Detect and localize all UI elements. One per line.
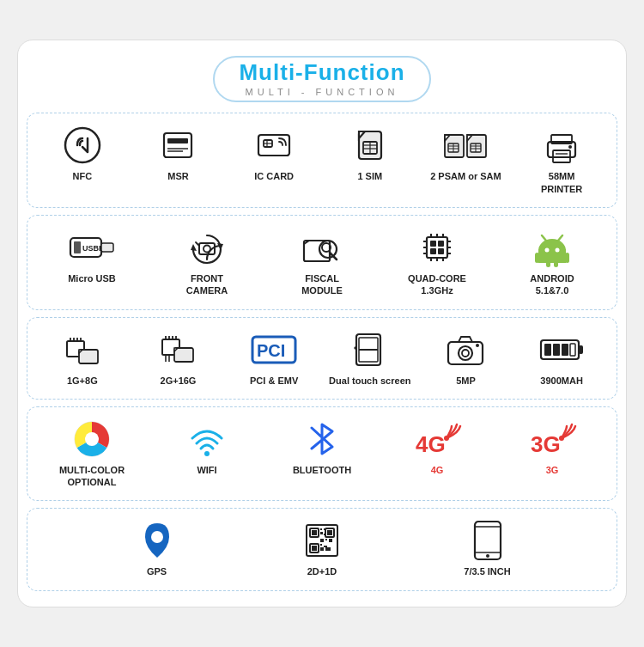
- svg-rect-128: [324, 546, 327, 547]
- svg-point-96: [459, 346, 472, 360]
- fiscal-label: FISCAL MODULE: [301, 272, 343, 297]
- feature-ic-card: IC CARD: [231, 122, 317, 186]
- feature-msr: MSR: [135, 122, 221, 186]
- svg-point-68: [556, 247, 560, 252]
- svg-rect-64: [538, 249, 566, 263]
- feature-wifi: WIFI: [164, 416, 250, 479]
- svg-rect-34: [74, 241, 81, 253]
- quad-core-label: QUAD-CORE 1.3GHz: [408, 272, 466, 297]
- nfc-icon: [64, 125, 101, 165]
- mem1-icon: [64, 330, 101, 369]
- svg-text:4G: 4G: [416, 431, 446, 457]
- row4: MULTI-COLOR OPTIONAL WIFI: [34, 416, 610, 492]
- feature-4g: 4G 4G: [394, 416, 480, 479]
- header-subtitle: MULTI - FUNCTION: [239, 87, 404, 97]
- svg-rect-101: [544, 344, 551, 356]
- feature-android: ANDROID 5.1&7.0: [509, 224, 595, 301]
- svg-rect-2: [167, 138, 188, 143]
- multicolor-icon: [72, 419, 112, 459]
- gps-icon: [138, 521, 176, 560]
- printer-label: 58MM PRINTER: [541, 170, 582, 195]
- wifi-icon: [187, 419, 227, 459]
- svg-rect-72: [554, 261, 558, 267]
- psam-label: 2 PSAM or SAM: [430, 170, 501, 182]
- svg-rect-70: [565, 253, 569, 263]
- section-row5: GPS: [27, 508, 617, 590]
- header-title: Multi-Function: [239, 59, 404, 86]
- bluetooth-label: BLUETOOTH: [293, 464, 351, 476]
- feature-front-camera: FRONT CAMERA: [164, 224, 250, 301]
- svg-rect-100: [579, 345, 583, 354]
- dual-touch-icon: [351, 330, 389, 369]
- micro-usb-label: Micro USB: [68, 272, 116, 284]
- svg-line-66: [558, 235, 562, 241]
- svg-rect-121: [324, 528, 325, 530]
- printer-icon: [543, 125, 580, 165]
- svg-point-107: [204, 451, 210, 456]
- feature-gps: GPS: [114, 517, 200, 581]
- row5: GPS: [34, 517, 610, 581]
- svg-rect-127: [320, 544, 322, 546]
- sim-label: 1 SIM: [357, 170, 382, 182]
- inch-label: 7/3.5 INCH: [464, 565, 510, 577]
- feature-1g8g: 1G+8G: [39, 327, 125, 390]
- feature-psam: 2 PSAM or SAM: [422, 122, 508, 186]
- feature-2d1d: 2D+1D: [279, 517, 365, 581]
- svg-point-106: [85, 432, 99, 446]
- feature-fiscal: FISCAL MODULE: [279, 224, 365, 301]
- feature-bluetooth: BLUETOOTH: [279, 416, 365, 479]
- android-label: ANDROID 5.1&7.0: [530, 272, 574, 297]
- svg-rect-46: [427, 237, 447, 258]
- svg-rect-71: [546, 261, 550, 267]
- android-icon: [533, 228, 571, 267]
- bluetooth-icon: [303, 419, 341, 459]
- section-row4: MULTI-COLOR OPTIONAL WIFI: [27, 406, 617, 502]
- feature-2g16g: 2G+16G: [135, 327, 221, 390]
- svg-rect-102: [553, 344, 560, 356]
- section-row3: 1G+8G: [27, 317, 617, 400]
- svg-rect-124: [320, 539, 324, 542]
- svg-rect-130: [325, 547, 331, 551]
- feature-micro-usb: USBPro Micro USB: [49, 224, 135, 288]
- svg-marker-38: [191, 244, 197, 251]
- cam5mp-icon: [447, 330, 484, 369]
- scan2d1d-icon: [303, 521, 341, 560]
- svg-rect-1: [164, 133, 191, 157]
- feature-battery: 3900MAH: [519, 327, 605, 390]
- feature-quad-core: QUAD-CORE 1.3GHz: [394, 224, 480, 301]
- feature-5mp: 5MP: [422, 327, 508, 390]
- feature-dual-touch: Dual touch screen: [327, 327, 413, 390]
- row1: NFC MSR: [34, 122, 610, 198]
- section-row2: USBPro Micro USB: [27, 215, 617, 310]
- svg-rect-50: [438, 248, 444, 254]
- feature-nfc: NFC: [39, 122, 125, 186]
- ic-card-icon: [255, 125, 293, 165]
- feature-inch: 7/3.5 INCH: [445, 517, 531, 581]
- battery-label: 3900MAH: [540, 375, 583, 387]
- psam-icon: [443, 125, 488, 165]
- svg-point-98: [476, 344, 479, 347]
- svg-point-133: [486, 554, 489, 558]
- msr-label: MSR: [167, 170, 188, 182]
- svg-rect-122: [320, 532, 323, 534]
- sim-icon: [351, 125, 389, 165]
- cam5mp-label: 5MP: [456, 375, 476, 387]
- nfc-label: NFC: [73, 170, 93, 182]
- svg-rect-69: [535, 253, 539, 263]
- feature-printer: 58MM PRINTER: [519, 122, 605, 198]
- svg-rect-36: [101, 243, 113, 252]
- wifi-label: WIFI: [197, 464, 216, 476]
- mem2-icon: [159, 330, 197, 369]
- feature-3g: 3G 3G: [509, 416, 595, 479]
- svg-point-109: [444, 436, 449, 441]
- svg-rect-103: [562, 344, 568, 356]
- svg-rect-78: [79, 350, 98, 363]
- header-box: Multi-Function MULTI - FUNCTION: [213, 56, 430, 102]
- svg-rect-115: [312, 530, 317, 535]
- svg-rect-129: [320, 547, 324, 551]
- svg-line-65: [542, 235, 546, 241]
- quad-core-icon: [418, 228, 456, 267]
- header: Multi-Function MULTI - FUNCTION: [27, 56, 617, 102]
- svg-point-0: [65, 128, 100, 162]
- svg-point-67: [545, 247, 550, 252]
